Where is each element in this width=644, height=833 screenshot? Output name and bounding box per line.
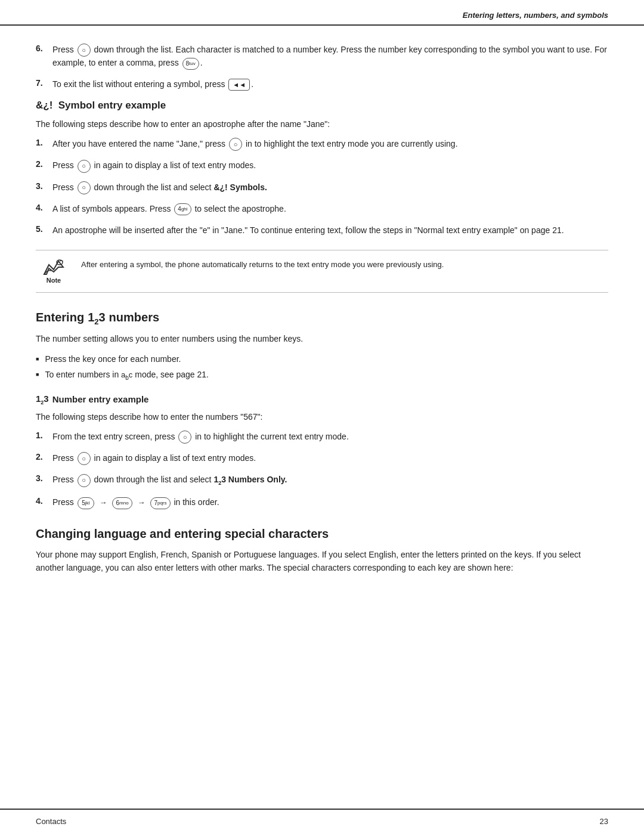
num-step-4: 4. Press 5jkl → 6mno → 7pqrs in this ord… (36, 496, 608, 509)
number-entry-example-heading: 123 Number entry example (36, 394, 608, 405)
symbol-step-2-num: 2. (36, 159, 52, 169)
nav-key-n3: ○ (78, 474, 91, 487)
step-7-num: 7. (36, 78, 52, 88)
symbol-step-1-num: 1. (36, 138, 52, 147)
step-7: 7. To exit the list without entering a s… (36, 78, 608, 91)
nav-key-s1: ○ (229, 138, 242, 151)
bullet-item-2: To enter numbers in abc mode, see page 2… (36, 368, 608, 382)
note-text: After entering a symbol, the phone autom… (81, 259, 608, 271)
page: Entering letters, numbers, and symbols 6… (0, 0, 644, 833)
symbol-step-3-num: 3. (36, 181, 52, 191)
symbol-step-2-content: Press ○ in again to display a list of te… (52, 159, 608, 172)
footer-right: 23 (600, 817, 608, 826)
bullet-item-1: Press the key once for each number. (36, 353, 608, 366)
symbol-step-5-num: 5. (36, 224, 52, 234)
step-6-num: 6. (36, 44, 52, 53)
symbol-step-3: 3. Press ○ down through the list and sel… (36, 181, 608, 194)
arrow-2: → (137, 498, 145, 507)
note-bird-icon (43, 259, 64, 275)
numbers-bullet-list: Press the key once for each number. To e… (36, 353, 608, 383)
key-5jkl: 5jkl (78, 497, 94, 509)
symbol-heading: &¿! Symbol entry example (36, 100, 608, 112)
note-icon-area: Note (36, 259, 72, 284)
key-4ghi: 4ghi (174, 203, 191, 215)
page-footer: Contacts 23 (0, 809, 644, 833)
mode-123-heading: 123 (88, 311, 105, 326)
key-8tuv: 8tuv (182, 58, 199, 70)
note-box: Note After entering a symbol, the phone … (36, 250, 608, 293)
symbol-step-3-content: Press ○ down through the list and select… (52, 181, 608, 194)
entering-numbers-heading: Entering 123 numbers (36, 311, 608, 326)
num-step-1-content: From the text entry screen, press ○ in t… (52, 431, 608, 444)
num-step-2: 2. Press ○ in again to display a list of… (36, 452, 608, 465)
num-step-4-content: Press 5jkl → 6mno → 7pqrs in this order. (52, 496, 608, 509)
num-step-1-num: 1. (36, 431, 52, 440)
symbol-step-1: 1. After you have entered the name "Jane… (36, 138, 608, 151)
page-header: Entering letters, numbers, and symbols (0, 0, 644, 26)
symbol-step-2: 2. Press ○ in again to display a list of… (36, 159, 608, 172)
symbol-section-desc: The following steps describe how to ente… (36, 117, 608, 131)
number-entry-desc: The following steps describe how to ente… (36, 410, 608, 423)
nav-key-s3: ○ (78, 181, 91, 194)
symbol-step-1-content: After you have entered the name "Jane," … (52, 138, 608, 151)
symbol-step-5: 5. An apostrophe will be inserted after … (36, 224, 608, 237)
key-back-7: ◄◄ (228, 79, 250, 91)
number-entry-label: Number entry example (52, 394, 149, 404)
numbers-section-desc: The number setting allows you to enter n… (36, 332, 608, 345)
header-title: Entering letters, numbers, and symbols (463, 11, 608, 20)
language-section-desc: Your phone may support English, French, … (36, 548, 608, 575)
nav-key-n2: ○ (78, 452, 91, 465)
nav-key-6: ○ (78, 44, 91, 57)
nav-key-n1: ○ (178, 431, 191, 444)
num-step-3: 3. Press ○ down through the list and sel… (36, 473, 608, 488)
step-7-content: To exit the list without entering a symb… (52, 78, 608, 91)
key-7pqrs: 7pqrs (150, 497, 170, 509)
symbol-step-4-content: A list of symbols appears. Press 4ghi to… (52, 203, 608, 216)
sub-123-icon: 123 (36, 394, 49, 405)
symbol-step-5-content: An apostrophe will be inserted after the… (52, 224, 608, 237)
note-label: Note (47, 277, 61, 284)
key-6mno: 6mno (112, 497, 132, 509)
num-step-2-num: 2. (36, 452, 52, 462)
footer-left: Contacts (36, 817, 66, 826)
num-step-4-num: 4. (36, 496, 52, 506)
main-content: 6. Press ○ down through the list. Each c… (0, 26, 644, 618)
numbers-label: numbers (109, 311, 159, 324)
abc-mode-inline: abc (121, 370, 132, 379)
svg-marker-0 (44, 261, 63, 274)
arrow-1: → (100, 498, 107, 507)
language-section-heading: Changing language and entering special c… (36, 527, 608, 541)
step-6: 6. Press ○ down through the list. Each c… (36, 44, 608, 70)
entering-label: Entering (36, 311, 84, 324)
num-step-2-content: Press ○ in again to display a list of te… (52, 452, 608, 465)
nav-key-s2: ○ (78, 160, 91, 173)
symbol-step-4-num: 4. (36, 203, 52, 212)
num-step-3-content: Press ○ down through the list and select… (52, 473, 608, 488)
num-step-1: 1. From the text entry screen, press ○ i… (36, 431, 608, 444)
num-step-3-num: 3. (36, 473, 52, 483)
step-6-content: Press ○ down through the list. Each char… (52, 44, 608, 70)
symbol-step-4: 4. A list of symbols appears. Press 4ghi… (36, 203, 608, 216)
